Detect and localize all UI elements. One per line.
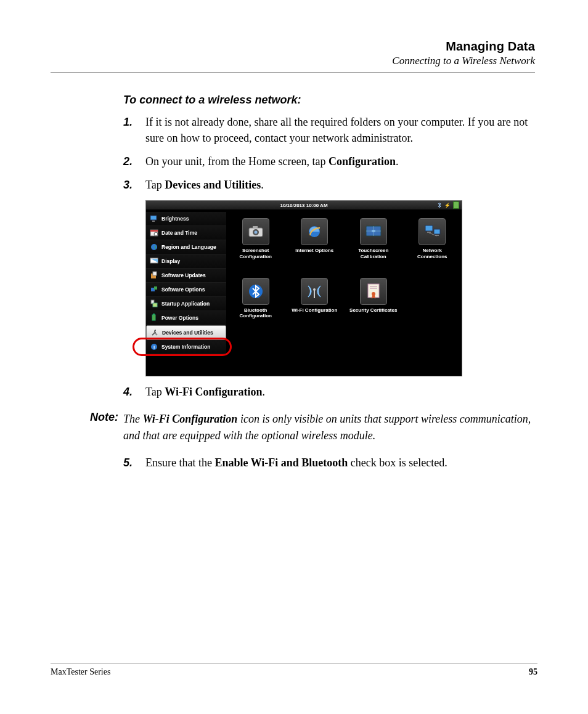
footer-series: MaxTester Series xyxy=(51,667,110,677)
tile-label: Security Certificates xyxy=(349,307,397,313)
tile-touchscreen-calibration[interactable]: Touchscreen Calibration xyxy=(349,218,398,259)
tile-label: Network Connections xyxy=(408,248,457,259)
step-text-bold: Enable Wi-Fi and Bluetooth xyxy=(214,456,348,469)
chapter-title: Managing Data xyxy=(51,39,535,54)
update-icon xyxy=(150,271,158,280)
bluetooth-tile-icon xyxy=(248,283,264,299)
step-text-post: . xyxy=(262,386,265,398)
sidebar-item-date-time[interactable]: Date and Time xyxy=(146,226,226,240)
tile-label: Bluetooth Configuration xyxy=(231,307,280,318)
device-frame: 10/10/2013 10:00 AM ⚡ Brightness xyxy=(145,200,462,376)
step-text-post: . xyxy=(396,155,399,168)
sidebar-item-label: Display xyxy=(161,258,180,264)
touchscreen-icon xyxy=(365,225,382,238)
embedded-screenshot: 10/10/2013 10:00 AM ⚡ Brightness xyxy=(145,200,537,376)
tile-screenshot-config[interactable]: Screenshot Configuration xyxy=(231,218,280,259)
step-text-pre: Ensure that the xyxy=(145,456,214,469)
tools-icon xyxy=(150,328,159,337)
status-tray: ⚡ xyxy=(437,201,462,209)
tile-wifi-config[interactable]: Wi-Fi Configuration xyxy=(290,278,340,318)
sidebar-item-software-updates[interactable]: Software Updates xyxy=(146,269,226,283)
svg-rect-28 xyxy=(427,232,431,233)
utility-grid: Screenshot Configuration Internet Option… xyxy=(226,209,462,376)
sidebar-item-label: System Information xyxy=(161,344,210,350)
sidebar-item-brightness[interactable]: Brightness xyxy=(146,212,226,226)
svg-rect-11 xyxy=(154,286,157,290)
note-pre: The xyxy=(123,413,143,425)
manual-page: Managing Data Connecting to a Wireless N… xyxy=(0,0,588,714)
sidebar-item-label: Region and Language xyxy=(161,244,216,250)
tile-internet-options[interactable]: Internet Options xyxy=(290,218,340,259)
step-text-post: check box is selected. xyxy=(348,456,447,469)
note-label: Note: xyxy=(51,411,123,443)
svg-rect-3 xyxy=(150,230,158,232)
startup-icon xyxy=(150,299,158,308)
svg-rect-1 xyxy=(152,221,155,222)
sidebar-item-region-language[interactable]: Region and Language xyxy=(146,240,226,254)
procedure-steps-cont2: 5. Ensure that the Enable Wi-Fi and Blue… xyxy=(123,455,537,471)
svg-text:i: i xyxy=(153,344,155,350)
info-icon: i xyxy=(150,343,158,351)
section-subtitle: Connecting to a Wireless Network xyxy=(51,55,535,67)
sidebar-item-display[interactable]: Display xyxy=(146,254,226,269)
svg-point-21 xyxy=(254,231,257,234)
step-number: 3. xyxy=(123,177,133,193)
wifi-icon xyxy=(306,283,323,299)
sidebar-item-label: Brightness xyxy=(161,216,189,222)
step-2: 2. On your unit, from the Home screen, t… xyxy=(123,153,537,169)
svg-point-4 xyxy=(154,232,158,236)
sidebar-item-software-options[interactable]: Software Options xyxy=(146,283,226,297)
svg-rect-14 xyxy=(152,315,155,320)
header-rule xyxy=(51,72,535,73)
sidebar-item-startup-application[interactable]: Startup Application xyxy=(146,297,226,311)
sidebar-item-devices-utilities[interactable]: Devices and Utilities xyxy=(146,325,226,340)
step-3: 3. Tap Devices and Utilities. xyxy=(123,177,537,193)
tile-network-connections[interactable]: Network Connections xyxy=(408,218,457,259)
status-bar: 10/10/2013 10:00 AM ⚡ xyxy=(146,201,462,209)
page-footer: MaxTester Series 95 xyxy=(51,663,537,677)
display-icon xyxy=(150,257,158,266)
svg-rect-29 xyxy=(434,229,440,234)
certificate-icon xyxy=(366,283,381,300)
svg-rect-27 xyxy=(425,225,433,231)
config-sidebar: Brightness Date and Time Region and Lang… xyxy=(146,209,226,376)
tile-bluetooth-config[interactable]: Bluetooth Configuration xyxy=(231,278,280,318)
step-text: If it is not already done, share all the… xyxy=(145,116,528,144)
puzzle-icon xyxy=(150,285,158,294)
step-4: 4. Tap Wi-Fi Configuration. xyxy=(123,384,537,400)
step-number: 1. xyxy=(123,114,133,130)
battery-icon xyxy=(453,201,459,209)
tile-label: Internet Options xyxy=(295,248,333,253)
footer-page-number: 95 xyxy=(529,667,537,677)
note-body: The Wi-Fi Configuration icon is only vis… xyxy=(123,411,537,443)
procedure-heading: To connect to a wireless network: xyxy=(123,94,537,107)
step-text-bold: Devices and Utilities xyxy=(165,179,261,191)
status-clock: 10/10/2013 10:00 AM xyxy=(146,203,462,208)
note-block: Note: The Wi-Fi Configuration icon is on… xyxy=(51,411,537,443)
sidebar-item-power-options[interactable]: Power Options xyxy=(146,311,226,325)
sidebar-item-label: Power Options xyxy=(161,315,198,321)
procedure-steps-cont: 4. Tap Wi-Fi Configuration. xyxy=(123,384,537,400)
sidebar-item-system-information[interactable]: i System Information xyxy=(146,340,226,354)
sidebar-item-label: Startup Application xyxy=(161,301,210,307)
tile-label: Wi-Fi Configuration xyxy=(292,307,337,313)
page-header: Managing Data Connecting to a Wireless N… xyxy=(51,39,535,73)
step-text-pre: On your unit, from the Home screen, tap xyxy=(145,155,329,168)
step-text-post: . xyxy=(261,179,264,191)
svg-rect-9 xyxy=(153,272,157,275)
plug-icon: ⚡ xyxy=(444,203,451,208)
step-number: 2. xyxy=(123,153,133,169)
step-text-bold: Configuration xyxy=(329,155,396,168)
camera-icon xyxy=(248,225,264,238)
svg-point-34 xyxy=(313,288,316,291)
tile-security-certs[interactable]: Security Certificates xyxy=(349,278,398,318)
monitor-icon xyxy=(150,214,158,223)
calendar-icon xyxy=(150,229,158,237)
step-number: 4. xyxy=(123,384,133,400)
step-text-bold: Wi-Fi Configuration xyxy=(165,386,262,398)
bluetooth-icon xyxy=(437,202,442,208)
step-text-pre: Tap xyxy=(145,386,165,398)
step-1: 1. If it is not already done, share all … xyxy=(123,114,537,146)
network-icon xyxy=(423,224,441,239)
sidebar-item-label: Software Options xyxy=(161,286,205,293)
